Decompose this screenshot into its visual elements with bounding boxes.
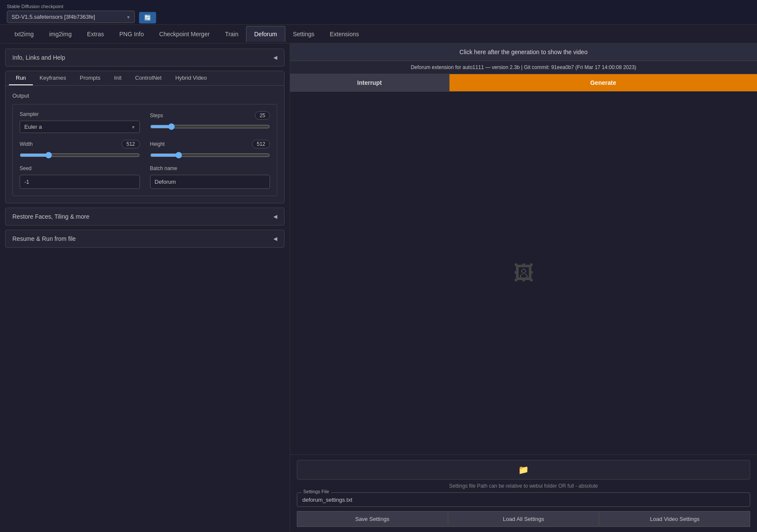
tab-png-info[interactable]: PNG Info <box>112 26 152 42</box>
width-height-row: Width 512 Height 512 <box>20 140 270 159</box>
image-placeholder-icon: 🖼 <box>513 261 534 285</box>
tab-extensions[interactable]: Extensions <box>322 26 366 42</box>
click-hint-text: Click here after the generation to show … <box>459 49 587 55</box>
version-text: Deforum extension for auto1111 — version… <box>411 64 636 70</box>
settings-file-input[interactable] <box>302 497 745 503</box>
tab-settings[interactable]: Settings <box>285 26 322 42</box>
restore-faces-section: Restore Faces, Tiling & more ◀ <box>5 208 284 226</box>
settings-file-group: Settings File <box>297 492 750 507</box>
interrupt-button[interactable]: Interrupt <box>290 74 450 91</box>
settings-buttons: Save Settings Load All Settings Load Vid… <box>297 511 750 527</box>
refresh-checkpoint-button[interactable]: 🔄 <box>139 12 156 23</box>
sampler-select[interactable]: Euler a Euler LMS Heun DPM2 DDIM <box>20 121 140 133</box>
load-video-settings-button[interactable]: Load Video Settings <box>599 511 750 527</box>
tab-img2img[interactable]: img2img <box>41 26 79 42</box>
nav-tabs: txt2img img2img Extras PNG Info Checkpoi… <box>0 25 757 43</box>
steps-slider-container <box>150 123 270 131</box>
version-bar: Deforum extension for auto1111 — version… <box>290 61 757 74</box>
batch-name-label: Batch name <box>150 165 270 171</box>
restore-faces-label: Restore Faces, Tiling & more <box>12 213 90 220</box>
refresh-icon: 🔄 <box>144 14 151 21</box>
tab-prompts[interactable]: Prompts <box>73 71 107 85</box>
generate-button[interactable]: Generate <box>450 74 757 91</box>
info-header[interactable]: Info, Links and Help ◀ <box>6 49 284 66</box>
seed-label: Seed <box>20 165 140 171</box>
sampler-group: Sampler Euler a Euler LMS Heun DPM2 DDIM <box>20 111 140 133</box>
click-hint-bar[interactable]: Click here after the generation to show … <box>290 43 757 61</box>
form-section: Sampler Euler a Euler LMS Heun DPM2 DDIM <box>12 104 277 196</box>
steps-slider[interactable] <box>150 123 270 130</box>
height-value: 512 <box>252 140 270 148</box>
steps-value: 25 <box>255 111 270 120</box>
load-all-settings-button[interactable]: Load All Settings <box>448 511 599 527</box>
image-preview: 🖼 <box>290 92 757 454</box>
folder-icon: 📁 <box>518 465 529 475</box>
height-group: Height 512 <box>150 140 270 159</box>
steps-group: Steps 25 <box>150 111 270 133</box>
tab-keyframes[interactable]: Keyframes <box>33 71 73 85</box>
checkpoint-section: Stable Diffusion checkpoint SD-V1.5.safe… <box>7 1 156 23</box>
checkpoint-label: Stable Diffusion checkpoint <box>7 4 135 9</box>
settings-hint: Settings file Path can be relative to we… <box>297 483 750 489</box>
settings-file-label: Settings File <box>302 489 331 494</box>
tab-hybrid-video[interactable]: Hybrid Video <box>168 71 214 85</box>
height-slider[interactable] <box>150 152 270 159</box>
seed-batch-row: Seed Batch name <box>20 165 270 189</box>
resume-run-label: Resume & Run from file <box>12 235 76 242</box>
save-settings-button[interactable]: Save Settings <box>297 511 448 527</box>
width-value: 512 <box>122 140 139 148</box>
info-label: Info, Links and Help <box>12 54 65 61</box>
batch-name-group: Batch name <box>150 165 270 189</box>
height-header: Height 512 <box>150 140 270 148</box>
checkpoint-select-wrapper: SD-V1.5.safetensors [3f4b7363fe] <box>7 11 135 23</box>
info-arrow-icon: ◀ <box>273 55 277 61</box>
resume-run-header[interactable]: Resume & Run from file ◀ <box>6 230 284 247</box>
bottom-right: 📁 Settings file Path can be relative to … <box>290 454 757 532</box>
tab-deforum[interactable]: Deforum <box>246 26 285 42</box>
seed-input[interactable] <box>20 175 140 189</box>
sampler-label: Sampler <box>20 111 140 117</box>
tab-controlnet[interactable]: ControlNet <box>128 71 168 85</box>
run-content: Output Sampler Euler a Euler LMS <box>6 86 284 203</box>
sampler-steps-row: Sampler Euler a Euler LMS Heun DPM2 DDIM <box>20 111 270 133</box>
main-layout: Info, Links and Help ◀ Run Keyframes Pro… <box>0 43 757 532</box>
tab-run[interactable]: Run <box>9 71 33 85</box>
tab-init[interactable]: Init <box>107 71 128 85</box>
tab-train[interactable]: Train <box>218 26 246 42</box>
steps-label: Steps <box>150 113 163 119</box>
width-group: Width 512 <box>20 140 140 159</box>
resume-run-arrow-icon: ◀ <box>273 236 277 242</box>
height-label: Height <box>150 141 165 147</box>
checkpoint-select[interactable]: SD-V1.5.safetensors [3f4b7363fe] <box>7 11 135 23</box>
tab-extras[interactable]: Extras <box>79 26 112 42</box>
seed-group: Seed <box>20 165 140 189</box>
width-slider[interactable] <box>20 152 140 159</box>
restore-faces-arrow-icon: ◀ <box>273 214 277 220</box>
tab-txt2img[interactable]: txt2img <box>7 26 41 42</box>
restore-faces-header[interactable]: Restore Faces, Tiling & more ◀ <box>6 208 284 225</box>
resume-run-section: Resume & Run from file ◀ <box>5 230 284 248</box>
width-label: Width <box>20 141 33 147</box>
info-section: Info, Links and Help ◀ <box>5 49 284 66</box>
action-buttons: Interrupt Generate <box>290 74 757 92</box>
batch-name-input[interactable] <box>150 175 270 189</box>
width-header: Width 512 <box>20 140 140 148</box>
right-panel: Click here after the generation to show … <box>290 43 757 532</box>
left-panel: Info, Links and Help ◀ Run Keyframes Pro… <box>0 43 290 532</box>
steps-header: Steps 25 <box>150 111 270 120</box>
sampler-select-wrapper: Euler a Euler LMS Heun DPM2 DDIM <box>20 121 140 133</box>
output-label: Output <box>12 93 277 99</box>
deforum-main-section: Run Keyframes Prompts Init ControlNet Hy… <box>5 71 284 203</box>
tab-checkpoint-merger[interactable]: Checkpoint Merger <box>151 26 217 42</box>
top-bar: Stable Diffusion checkpoint SD-V1.5.safe… <box>0 0 757 25</box>
folder-bar[interactable]: 📁 <box>297 460 750 480</box>
inner-tabs: Run Keyframes Prompts Init ControlNet Hy… <box>6 71 284 86</box>
